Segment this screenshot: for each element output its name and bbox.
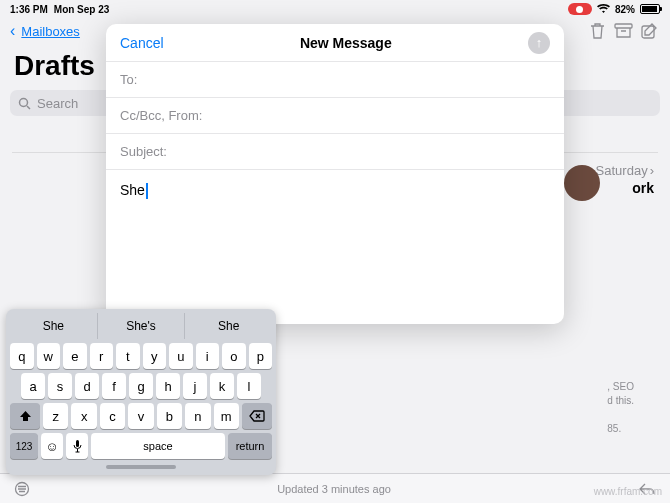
key-s[interactable]: s (48, 373, 72, 399)
keyboard-handle[interactable] (106, 465, 176, 469)
battery-percent: 82% (615, 4, 635, 15)
search-placeholder: Search (37, 96, 78, 111)
key-v[interactable]: v (128, 403, 153, 429)
space-key[interactable]: space (91, 433, 225, 459)
suggestion[interactable]: She (185, 313, 272, 339)
dictation-key[interactable] (66, 433, 88, 459)
suggestion[interactable]: She's (98, 313, 186, 339)
battery-icon (640, 4, 660, 14)
cc-bcc-field[interactable]: Cc/Bcc, From: (106, 98, 564, 134)
suggestion[interactable]: She (10, 313, 98, 339)
key-a[interactable]: a (21, 373, 45, 399)
key-row-3: zxcvbnm (10, 403, 272, 429)
key-q[interactable]: q (10, 343, 34, 369)
shift-key[interactable] (10, 403, 40, 429)
key-d[interactable]: d (75, 373, 99, 399)
to-field[interactable]: To: (106, 62, 564, 98)
avatar (564, 165, 600, 201)
key-e[interactable]: e (63, 343, 87, 369)
back-chevron-icon[interactable]: ‹ (10, 22, 15, 40)
svg-rect-0 (615, 24, 632, 28)
cancel-button[interactable]: Cancel (120, 35, 164, 51)
key-p[interactable]: p (249, 343, 273, 369)
filter-icon[interactable] (14, 481, 30, 497)
numbers-key[interactable]: 123 (10, 433, 38, 459)
key-o[interactable]: o (222, 343, 246, 369)
key-g[interactable]: g (129, 373, 153, 399)
floating-keyboard: She She's She qwertyuiop asdfghjkl zxcvb… (6, 309, 276, 475)
key-row-1: qwertyuiop (10, 343, 272, 369)
screen-record-indicator[interactable] (568, 3, 592, 15)
key-z[interactable]: z (43, 403, 68, 429)
key-j[interactable]: j (183, 373, 207, 399)
key-c[interactable]: c (100, 403, 125, 429)
key-h[interactable]: h (156, 373, 180, 399)
emoji-key[interactable]: ☺ (41, 433, 63, 459)
key-n[interactable]: n (185, 403, 210, 429)
return-key[interactable]: return (228, 433, 272, 459)
wifi-icon (597, 4, 610, 14)
send-button[interactable]: ↑ (528, 32, 550, 54)
key-row-2: asdfghjkl (10, 373, 272, 399)
subject-field[interactable]: Subject: (106, 134, 564, 170)
key-m[interactable]: m (214, 403, 239, 429)
delete-key[interactable] (242, 403, 272, 429)
key-w[interactable]: w (37, 343, 61, 369)
key-row-4: 123 ☺ space return (10, 433, 272, 459)
key-b[interactable]: b (157, 403, 182, 429)
back-link[interactable]: Mailboxes (21, 24, 80, 39)
status-bar: 1:36 PM Mon Sep 23 82% (0, 0, 670, 18)
chevron-right-icon: › (650, 163, 654, 178)
key-y[interactable]: y (143, 343, 167, 369)
footer-bar: Updated 3 minutes ago (0, 473, 670, 503)
key-f[interactable]: f (102, 373, 126, 399)
svg-point-2 (20, 98, 28, 106)
archive-icon[interactable] (612, 20, 634, 42)
status-date: Mon Sep 23 (54, 4, 110, 15)
key-r[interactable]: r (90, 343, 114, 369)
text-cursor (146, 183, 148, 199)
trash-icon[interactable] (586, 20, 608, 42)
key-x[interactable]: x (71, 403, 96, 429)
modal-title: New Message (300, 35, 392, 51)
suggestion-bar: She She's She (10, 313, 272, 339)
message-body[interactable]: She (106, 170, 564, 211)
key-t[interactable]: t (116, 343, 140, 369)
key-i[interactable]: i (196, 343, 220, 369)
svg-rect-4 (76, 440, 79, 447)
search-icon (18, 97, 31, 110)
key-u[interactable]: u (169, 343, 193, 369)
compose-modal: Cancel New Message ↑ To: Cc/Bcc, From: S… (106, 24, 564, 324)
status-time: 1:36 PM (10, 4, 48, 15)
footer-status: Updated 3 minutes ago (277, 483, 391, 495)
key-k[interactable]: k (210, 373, 234, 399)
watermark: www.frfam.com (594, 486, 662, 497)
compose-icon[interactable] (638, 20, 660, 42)
truncated-content: , SEOd this.85. (607, 380, 634, 436)
key-l[interactable]: l (237, 373, 261, 399)
